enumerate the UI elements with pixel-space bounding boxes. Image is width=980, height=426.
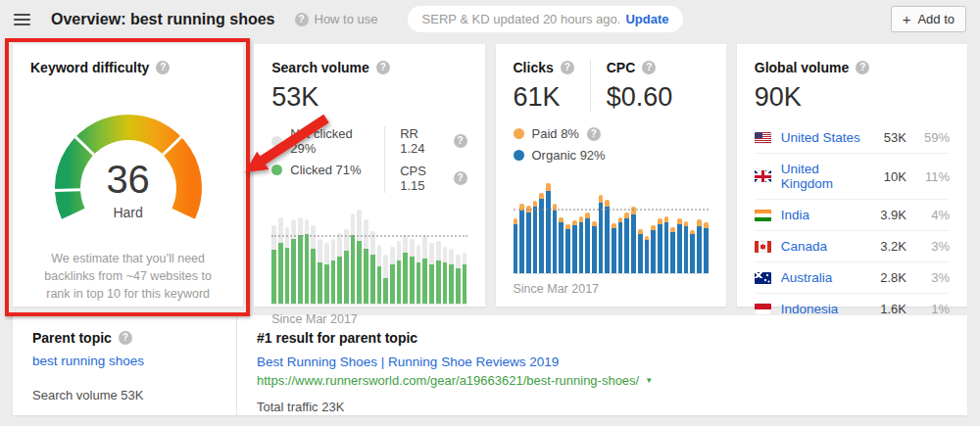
help-icon[interactable]: ? [376, 61, 390, 74]
help-icon[interactable]: ? [156, 61, 170, 74]
kd-score: 36 [45, 158, 212, 202]
country-volume: 2.8K [880, 270, 906, 285]
country-row: Indonesia 1.6K 1% [755, 293, 950, 324]
help-icon[interactable]: ? [856, 61, 869, 74]
parent-topic-title: Parent topic [32, 330, 112, 346]
result-heading: #1 result for parent topic [257, 330, 417, 346]
chart-bar [383, 206, 388, 304]
gv-title-row: Global volume ? [755, 60, 950, 75]
sv-title-row: Search volume ? [271, 60, 466, 75]
chart-bar [546, 175, 551, 273]
chart-bar [592, 175, 597, 273]
top-bar: Overview: best running shoes ? How to us… [0, 0, 980, 38]
chart-bar [390, 206, 395, 304]
chart-bar [585, 175, 590, 273]
country-link[interactable]: India [781, 208, 871, 222]
help-icon[interactable]: ? [561, 61, 574, 74]
metric-cards-row: Keyword difficulty ? [13, 44, 967, 307]
help-icon[interactable]: ? [642, 61, 656, 74]
chart-bar [658, 175, 662, 273]
country-volume: 53K [884, 130, 906, 145]
cpc-col: CPC ? $0.60 [590, 60, 689, 113]
add-to-button[interactable]: + Add to [891, 6, 966, 32]
country-link[interactable]: Indonesia [781, 302, 871, 316]
serp-update-pill: SERP & KD updated 20 hours ago. Update [408, 6, 684, 32]
parent-topic-title-row: Parent topic ? [32, 330, 236, 346]
chart-bar [337, 206, 342, 304]
result-url-dropdown[interactable]: https://www.runnersworld.com/gear/a19663… [257, 373, 948, 388]
chart-bar [704, 175, 709, 273]
update-link[interactable]: Update [625, 12, 668, 26]
clicked-dot-icon [271, 165, 282, 175]
cpc-title: CPC [607, 60, 636, 75]
ca-flag-icon [755, 241, 771, 253]
country-link[interactable]: Australia [781, 270, 871, 285]
chart-bar [463, 206, 467, 304]
parent-topic-keyword-link[interactable]: best running shoes [32, 354, 144, 368]
help-icon[interactable]: ? [587, 127, 601, 141]
result-title-link[interactable]: Best Running Shoes | Running Shoe Review… [257, 355, 559, 369]
chart-bar [436, 206, 441, 304]
country-volume: 10K [884, 169, 906, 184]
chart-bar [624, 175, 629, 273]
paid-dot-icon [514, 128, 524, 139]
chart-bar [357, 206, 362, 304]
not-clicked-dot-icon [271, 136, 282, 147]
country-percent: 11% [916, 169, 950, 184]
help-icon[interactable]: ? [454, 134, 467, 148]
not-clicked-label: Not clicked 29% [290, 126, 369, 156]
chart-bar [631, 175, 636, 273]
chart-bar [519, 175, 524, 273]
country-percent: 1% [916, 302, 950, 316]
clicks-legend-row: Paid 8% ? Organic 92% [514, 126, 709, 163]
country-row: United States 53K 59% [755, 122, 950, 153]
chart-bar [318, 206, 322, 304]
chart-bar [403, 206, 408, 304]
result-url: https://www.runnersworld.com/gear/a19663… [257, 373, 639, 388]
sv-legend: Not clicked 29% Clicked 71% [271, 126, 369, 193]
clicks-title: Clicks [514, 60, 554, 75]
kd-note: We estimate that you’ll need backlinks f… [36, 250, 220, 303]
cps-label: CPS 1.15 [400, 164, 446, 193]
chart-bar [664, 175, 669, 273]
chart-bar [599, 175, 604, 273]
help-icon[interactable]: ? [119, 331, 132, 345]
chart-bar [344, 206, 349, 304]
average-line [271, 235, 466, 237]
country-row: India 3.9K 4% [755, 199, 950, 230]
country-link[interactable]: United Kingdom [781, 162, 874, 191]
id-flag-icon [755, 304, 771, 315]
clicks-col: Clicks ? 61K [514, 60, 590, 113]
chart-bar [443, 206, 448, 304]
help-icon[interactable]: ? [454, 171, 467, 185]
help-icon: ? [295, 13, 309, 26]
country-volume: 3.2K [880, 239, 906, 254]
clicks-legend: Paid 8% ? Organic 92% [514, 126, 606, 163]
page-title: Overview: best running shoes [51, 11, 275, 28]
keyword-difficulty-card: Keyword difficulty ? [13, 44, 243, 307]
chart-bar [377, 206, 382, 304]
clicks-cpc-header: Clicks ? 61K CPC ? $0.60 [514, 60, 709, 113]
chart-bar [449, 206, 454, 304]
country-percent: 4% [916, 208, 950, 222]
chart-bar [324, 206, 329, 304]
chart-bar [651, 175, 656, 273]
chart-bar [579, 175, 584, 273]
legend-not-clicked: Not clicked 29% [271, 126, 369, 156]
chart-bar [618, 175, 623, 273]
rr-metric: RR 1.24 ? [400, 126, 466, 156]
country-link[interactable]: Canada [781, 239, 871, 254]
clicked-label: Clicked 71% [290, 163, 361, 177]
how-to-use-link[interactable]: ? How to use [295, 12, 378, 26]
kd-level: Hard [45, 205, 212, 220]
country-percent: 59% [916, 130, 950, 145]
chart-bar [331, 206, 336, 304]
country-link[interactable]: United States [781, 130, 874, 145]
parent-topic-search-volume: Search volume 53K [32, 388, 236, 402]
organic-label: Organic 92% [532, 148, 606, 163]
cps-metric: CPS 1.15 ? [400, 164, 466, 193]
kd-title-row: Keyword difficulty ? [30, 60, 225, 75]
legend-paid: Paid 8% ? [514, 126, 606, 141]
chart-bar [514, 175, 518, 273]
menu-icon[interactable] [14, 8, 31, 31]
